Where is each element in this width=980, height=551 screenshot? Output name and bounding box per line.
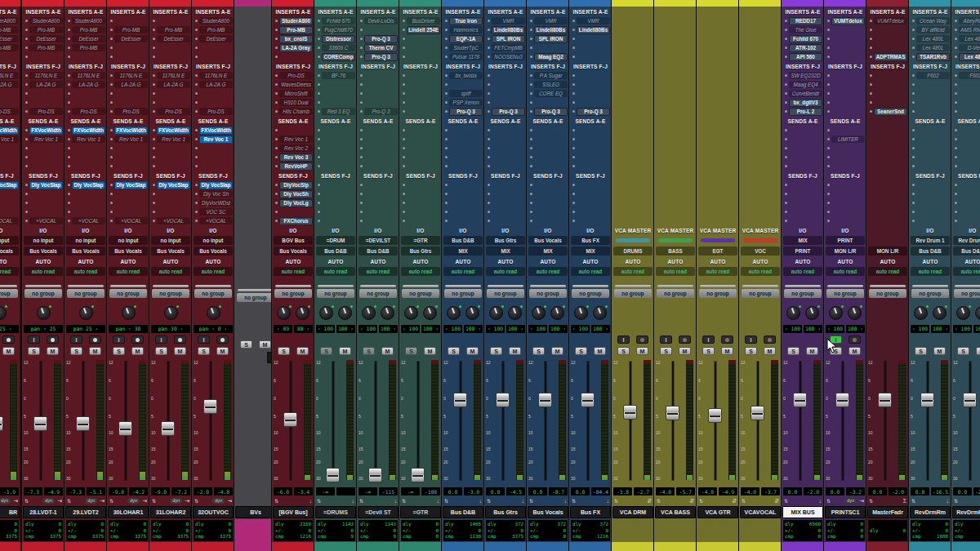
insert-ae-slot[interactable]: DeEsser — [149, 34, 192, 43]
pan-knob[interactable] — [933, 306, 947, 320]
insert-fj-slot[interactable] — [484, 89, 527, 98]
record-enable-button[interactable] — [2, 335, 15, 344]
send-ae-slot[interactable] — [192, 162, 234, 171]
send-fj-slot[interactable] — [0, 189, 20, 198]
insert-fj-slot[interactable] — [314, 80, 357, 89]
send-ae-slot[interactable]: Rev Voc 1 — [149, 135, 192, 144]
track-name[interactable]: VCAVOCAL — [740, 506, 781, 518]
send-fj-slot[interactable]: Dly VocSlap — [107, 180, 149, 189]
solo-button[interactable]: S — [28, 347, 40, 355]
insert-fj-slot[interactable] — [357, 71, 399, 80]
pan-knob[interactable] — [829, 306, 843, 320]
send-fj-plugin[interactable]: +VOCAL — [72, 217, 105, 224]
send-ae-slot[interactable]: FXVocWidth — [65, 126, 107, 135]
send-ae-slot[interactable]: Rev Voc 1 — [272, 135, 314, 144]
automation-mode-selector[interactable]: auto read — [571, 267, 610, 276]
insert-fj-slot[interactable]: MicroShift — [272, 89, 314, 98]
output-selector[interactable]: Bus Vocals — [109, 247, 148, 256]
send-ae-slot[interactable] — [357, 144, 399, 153]
solo-button[interactable]: S — [915, 347, 927, 355]
send-ae-plugin[interactable]: Rev Voc 1 — [0, 136, 19, 143]
insert-ae-plugin[interactable]: ADPTRMAS — [874, 53, 907, 61]
send-fj-slot[interactable]: Dly VocSlap — [192, 180, 234, 189]
send-fj-slot[interactable] — [909, 207, 951, 216]
insert-fj-slot[interactable]: Pro-DS — [22, 107, 65, 116]
send-ae-slot[interactable]: FXVocWidth — [22, 126, 65, 135]
insert-ae-plugin[interactable]: bx_cnslS — [279, 35, 313, 43]
output-selector[interactable]: MON L/R — [826, 247, 865, 256]
send-ae-slot[interactable] — [314, 153, 357, 162]
insert-ae-slot[interactable]: ATR-102 — [782, 43, 824, 52]
insert-fj-plugin[interactable]: F602 — [959, 72, 980, 79]
volume-readout[interactable]: -6.0 — [274, 487, 292, 495]
volume-readout[interactable]: -3.8 — [613, 487, 632, 495]
track-name[interactable]: =DRUMS — [315, 506, 356, 518]
insert-fj-plugin[interactable]: Pro-DS — [279, 72, 313, 79]
volume-readout[interactable]: -∞ — [359, 487, 377, 495]
insert-ae-slot[interactable]: Pro-MB — [65, 43, 107, 52]
send-ae-slot[interactable] — [909, 135, 951, 144]
pan-right-value[interactable]: 100 › — [464, 325, 483, 333]
insert-ae-slot[interactable]: Harmonics — [442, 25, 484, 34]
insert-ae-plugin[interactable]: Pulsar 1178 — [449, 53, 483, 60]
send-fj-slot[interactable] — [272, 207, 314, 216]
insert-fj-plugin[interactable]: SSLEG — [534, 81, 568, 88]
group-selector[interactable]: no group — [614, 289, 652, 298]
insert-ae-slot[interactable]: AbeyRdPlt — [951, 16, 980, 25]
track-name[interactable]: 32OUTVOC — [193, 506, 234, 518]
send-fj-slot[interactable] — [569, 207, 612, 216]
insert-fj-slot[interactable]: bx_twista — [442, 71, 484, 80]
solo-button[interactable]: S — [575, 347, 587, 355]
insert-ae-plugin[interactable]: Fchild 670 — [322, 17, 355, 24]
pan-knob[interactable] — [296, 306, 310, 320]
insert-fj-plugin[interactable]: 1176LN E — [29, 72, 63, 79]
fader-handle[interactable] — [751, 406, 764, 420]
send-fj-slot[interactable] — [909, 189, 951, 198]
send-fj-slot[interactable] — [107, 198, 149, 207]
insert-ae-slot[interactable]: The Glue — [782, 25, 824, 34]
insert-fj-plugin[interactable]: H910 Dual — [279, 99, 313, 106]
insert-fj-slot[interactable] — [866, 98, 909, 107]
send-fj-slot[interactable] — [65, 189, 107, 198]
send-fj-slot[interactable] — [399, 180, 442, 189]
mute-button[interactable]: M — [509, 347, 521, 355]
volume-readout[interactable]: 0.0 — [868, 487, 887, 495]
group-selector[interactable]: no group — [317, 289, 354, 298]
volume-readout[interactable]: 0.0 — [826, 487, 844, 495]
send-fj-plugin[interactable]: DlyVocWDst — [199, 199, 233, 207]
send-ae-plugin[interactable]: Rev Voc 1 — [29, 136, 63, 143]
pan-right-value[interactable]: 100 › — [549, 325, 568, 333]
send-ae-slot[interactable] — [442, 135, 484, 144]
pan-knob[interactable] — [466, 306, 479, 320]
pan-knob[interactable] — [593, 306, 607, 320]
insert-fj-slot[interactable] — [107, 98, 149, 107]
insert-ae-plugin[interactable]: SPL IRON — [534, 35, 568, 43]
insert-ae-slot[interactable]: Pro-Q 3 — [357, 52, 399, 61]
insert-ae-plugin[interactable]: ATR-102 — [789, 44, 822, 52]
insert-ae-plugin[interactable]: Pro-MB — [72, 26, 105, 33]
fader-handle[interactable] — [623, 405, 637, 420]
insert-ae-slot[interactable]: TSAR1Rvb — [909, 52, 951, 61]
insert-ae-slot[interactable] — [192, 43, 234, 52]
send-fj-slot[interactable] — [442, 216, 484, 225]
insert-fj-slot[interactable]: 1176LN E — [65, 71, 107, 80]
group-selector[interactable]: no group — [0, 289, 18, 298]
volume-readout[interactable]: -∞ — [401, 487, 420, 495]
insert-ae-plugin[interactable]: Harmonics — [449, 26, 483, 33]
insert-ae-plugin[interactable]: 33609 C — [322, 44, 355, 51]
send-fj-slot[interactable] — [399, 207, 442, 216]
insert-fj-slot[interactable] — [824, 71, 866, 80]
insert-ae-plugin[interactable]: BusDriver — [407, 17, 440, 24]
track-name[interactable]: =GTR — [400, 506, 441, 518]
group-selector[interactable]: no group — [152, 289, 189, 298]
insert-ae-slot[interactable]: StuderA800 — [272, 16, 314, 25]
peak-readout[interactable]: -16.5 — [931, 487, 950, 495]
insert-ae-plugin[interactable]: Pro-MB — [0, 44, 19, 51]
record-enable-button[interactable] — [131, 335, 144, 344]
send-fj-slot[interactable] — [484, 180, 527, 189]
insert-ae-slot[interactable]: VMR — [484, 16, 527, 25]
send-ae-slot[interactable]: LIMITER — [824, 135, 866, 144]
insert-ae-slot[interactable]: ADPTRMAS — [866, 52, 909, 61]
input-monitor-button[interactable]: I — [745, 335, 757, 344]
group-selector[interactable]: no group — [869, 289, 906, 298]
